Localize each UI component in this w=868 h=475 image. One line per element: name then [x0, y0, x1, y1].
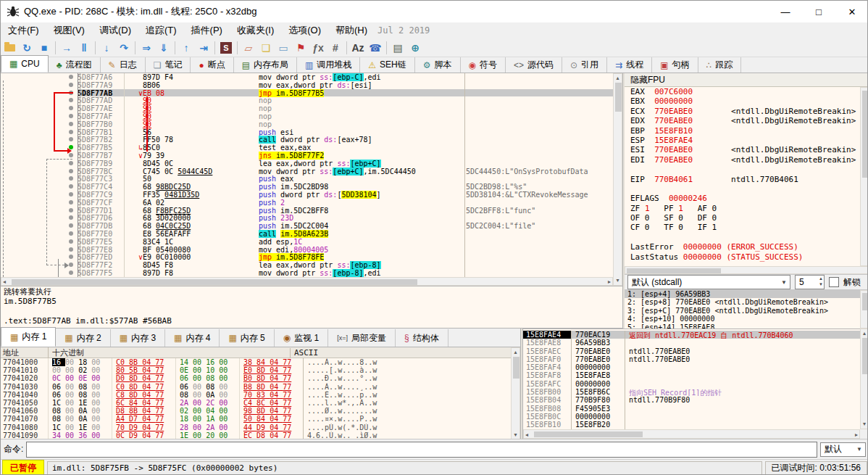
- scylla-icon[interactable]: S: [217, 40, 235, 56]
- calling-convention-select[interactable]: 默认 (stdcall) ▼: [627, 275, 790, 289]
- tab-内存 5[interactable]: ▦内存 5: [220, 329, 274, 347]
- disasm-row[interactable]: 5D8F77C350push eax: [1, 175, 613, 183]
- minimize-button[interactable]: —: [769, 1, 802, 22]
- disasm-row[interactable]: 5D8F77B090nop: [1, 120, 613, 128]
- step-over-icon[interactable]: ↷: [115, 40, 133, 56]
- disasm-row[interactable]: 5D8F77B5↳85C0test eax,eax: [1, 144, 613, 152]
- disasm-row[interactable]: 5D8F77DB68 04C0C25Dpush im.5DC2C0045DC2C…: [1, 222, 613, 230]
- run-to-user-code-icon[interactable]: ⇥: [195, 40, 212, 56]
- memdump-row[interactable]: 770410200C 00 0E 00D0 8D 04 7706 00 08 0…: [1, 374, 511, 382]
- instruction-dot[interactable]: [64, 238, 78, 246]
- register-line[interactable]: ESI 770EABE0 <ntdll.DbgUiRemoteBreakin>: [625, 145, 860, 154]
- tab-SEH链[interactable]: ⚠SEH链: [360, 57, 414, 73]
- run-to-cursor-icon[interactable]: ⇒: [138, 40, 155, 56]
- disasm-row[interactable]: 5D8F77A98B06mov eax,dword ptr ds:[esi]: [1, 81, 613, 89]
- menu-item[interactable]: 文件(F): [1, 23, 46, 37]
- tab-内存 1[interactable]: ▦内存 1: [1, 327, 56, 347]
- register-line[interactable]: EDX 770EABE0 <ntdll.DbgUiRemoteBreakin>: [625, 116, 860, 125]
- stepper-arrows-icon[interactable]: ▲▼: [819, 276, 823, 287]
- disasm-row[interactable]: 5D8F77C9FF35 0481D35Dpush dword ptr ds:[…: [1, 191, 613, 199]
- stack-row[interactable]: 15E8FAF815E8FAE8: [523, 371, 860, 379]
- instruction-dot[interactable]: [64, 104, 78, 112]
- browser-icon[interactable]: ⊕: [406, 40, 424, 56]
- disasm-row[interactable]: 5D8F77AD90nop: [1, 96, 613, 104]
- menu-item[interactable]: 视图(V): [46, 23, 92, 37]
- memdump-row[interactable]: 7704101000 00 02 0080 5B 04 770E 00 10 0…: [1, 366, 511, 374]
- disasm-row[interactable]: 5D8F77AB∨EB 08jmp im.5D8F77B5: [1, 89, 613, 97]
- instruction-dot[interactable]: [64, 253, 78, 261]
- disasm-row[interactable]: 5D8F77B7∨79 39jns im.5D8F77F2: [1, 152, 613, 160]
- execute-till-return-icon[interactable]: ↑: [178, 40, 195, 56]
- command-profile-select[interactable]: 默认 ▼: [820, 442, 866, 457]
- register-line[interactable]: ECX 770EABE0 <ntdll.DbgUiRemoteBreakin>: [625, 107, 860, 116]
- command-input[interactable]: [26, 442, 817, 458]
- comment-icon[interactable]: ❏: [257, 40, 275, 56]
- instruction-dot[interactable]: [64, 112, 78, 120]
- function-icon[interactable]: ƒx: [309, 40, 327, 56]
- disasm-row[interactable]: 5D8F77B98D45 0Clea eax,dword ptr ss:[ebp…: [1, 160, 613, 168]
- stack-row[interactable]: 15E8FB0C00000000: [523, 413, 860, 421]
- instruction-dot[interactable]: [64, 191, 78, 199]
- tab-内存布局[interactable]: ▤内存布局: [234, 57, 297, 73]
- disasm-row[interactable]: 5D8F77C468 98BDC25Dpush im.5DC2BD985DC2B…: [1, 183, 613, 191]
- instruction-dot[interactable]: [64, 207, 78, 215]
- tab-局部变量[interactable]: [x=]局部变量: [328, 329, 396, 347]
- disasm-row[interactable]: 5D8F77A6897D F4mov dword ptr ss:[ebp-C],…: [1, 73, 613, 81]
- instruction-dot[interactable]: [64, 168, 78, 175]
- memdump-vscrollbar[interactable]: ▴ ▾: [511, 347, 520, 440]
- menu-item[interactable]: 帮助(H): [328, 23, 375, 37]
- tab-流程图[interactable]: ♣流程图: [49, 57, 101, 73]
- tab-脚本[interactable]: ⚙脚本: [415, 57, 461, 73]
- disasm-row[interactable]: 5D8F77D168 F8BFC25Dpush im.5DC2BFF85DC2B…: [1, 207, 613, 215]
- stack-row[interactable]: 15E8FB1015E8FB20: [523, 421, 860, 429]
- register-line[interactable]: EBX 00000000: [625, 96, 860, 106]
- instruction-dot[interactable]: [64, 214, 78, 222]
- disasm-row[interactable]: 5D8F77D668 3D020000push 23D: [1, 214, 613, 222]
- tab-监视 1[interactable]: ◉监视 1: [275, 329, 329, 347]
- register-line[interactable]: OF 0 SF 0 DF 0: [625, 213, 860, 223]
- call-argument[interactable]: 4: [esp+10] 00000000: [625, 315, 860, 323]
- tab-笔记[interactable]: ❏笔记: [146, 57, 191, 73]
- disasm-row[interactable]: 5D8F77B2FF50 78call dword ptr ds:[eax+78…: [1, 136, 613, 144]
- instruction-dot[interactable]: [64, 183, 78, 191]
- call-argument[interactable]: 3: [esp+C] 770EABE0 <ntdll.DbgUiRemoteBr…: [625, 307, 860, 315]
- tab-句柄[interactable]: ▣句柄: [652, 57, 698, 73]
- menu-item[interactable]: 收藏夹(I): [230, 23, 281, 37]
- register-line[interactable]: EIP 770B4061 ntdll.770B4061: [625, 175, 860, 184]
- instruction-dot[interactable]: [64, 73, 78, 81]
- tab-日志[interactable]: ✎日志: [101, 57, 146, 73]
- run-icon[interactable]: →: [58, 40, 75, 56]
- bookmark-icon[interactable]: ⚑: [292, 40, 309, 56]
- stack-row[interactable]: 15E8FAF400000000: [523, 363, 860, 371]
- disasm-row[interactable]: 5D8F77E0E8 56EAFAFFcall im.5D8A623B: [1, 230, 613, 238]
- register-line[interactable]: LastError 00000000 (ERROR_SUCCESS): [625, 242, 860, 252]
- label-icon[interactable]: ▭: [275, 40, 292, 56]
- step-into-icon[interactable]: ↓: [98, 40, 115, 56]
- memdump-row[interactable]: 7704103006 00 08 00C0 8D 04 7706 00 08 0…: [1, 383, 511, 391]
- stack-row[interactable]: 15E8FB04770B9F80ntdll.770B9F80: [523, 396, 860, 404]
- stack-row[interactable]: 15E8FAE4770EAC19返回到 ntdll.770EAC19 自 ntd…: [523, 331, 860, 339]
- menu-item[interactable]: 插件(P): [184, 23, 230, 37]
- stack-vscrollbar[interactable]: ▴ ▾: [860, 329, 868, 429]
- memdump-row[interactable]: 770410801C 00 1E 0070 D9 04 7728 00 2A 0…: [1, 424, 511, 431]
- stack-row[interactable]: 15E8FAF0770EABE0ntdll.770EABE0: [523, 355, 860, 363]
- register-line[interactable]: [625, 165, 860, 174]
- instruction-dot[interactable]: [64, 199, 78, 207]
- instruction-dot[interactable]: [64, 230, 78, 238]
- disasm-row[interactable]: 5D8F77AF90nop: [1, 112, 613, 120]
- disasm-row[interactable]: 5D8F77E583C4 1Cadd esp,1C: [1, 238, 613, 246]
- registers-vscrollbar[interactable]: [860, 87, 868, 266]
- arg-count-stepper[interactable]: 5 ▲▼: [795, 275, 825, 289]
- tab-结构体[interactable]: §结构体: [396, 329, 448, 347]
- register-line[interactable]: ESP 15E8FAE4: [625, 136, 860, 145]
- instruction-dot[interactable]: [64, 120, 78, 128]
- register-line[interactable]: EAX 007C6000: [625, 87, 860, 96]
- instruction-dot[interactable]: [64, 160, 78, 168]
- open-file-icon[interactable]: [1, 40, 18, 56]
- instruction-dot[interactable]: [64, 222, 78, 230]
- disasm-row[interactable]: 5D8F77E8BF 05400080mov edi,80004005: [1, 246, 613, 254]
- stack-row[interactable]: 15E8FB08F45905E3: [523, 405, 860, 413]
- call-argument[interactable]: 5: [esp+14] 15E8FAE8: [625, 323, 860, 329]
- patch-icon[interactable]: ▱: [240, 40, 257, 56]
- pause-icon[interactable]: ‖: [75, 40, 93, 56]
